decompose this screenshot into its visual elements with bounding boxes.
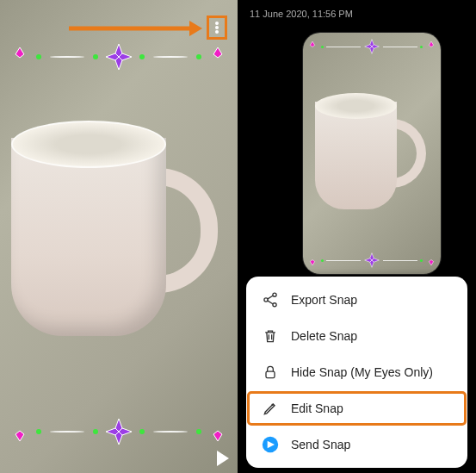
delete-snap-button[interactable]: Delete Snap: [246, 318, 467, 354]
send-icon: [262, 436, 279, 453]
menu-item-label: Delete Snap: [291, 329, 357, 343]
trash-icon: [262, 327, 279, 345]
share-icon: [262, 291, 279, 308]
flower-side-icon: [9, 46, 31, 68]
play-icon[interactable]: [217, 451, 229, 466]
lock-icon: [262, 364, 279, 381]
menu-item-label: Send Snap: [291, 438, 350, 451]
svg-marker-1: [189, 21, 202, 36]
flower-center-icon: [103, 41, 134, 72]
more-options-button[interactable]: [207, 16, 227, 40]
edit-snap-button[interactable]: Edit Snap: [246, 390, 467, 426]
svg-line-6: [268, 301, 274, 304]
snap-preview: [0, 0, 238, 473]
snap-actions-menu: Export Snap Delete Snap Hide Snap (My Ey…: [246, 277, 467, 468]
hide-snap-button[interactable]: Hide Snap (My Eyes Only): [246, 354, 467, 390]
flower-side-icon: [207, 420, 229, 443]
decorative-border-bottom: [0, 416, 238, 447]
snap-thumbnail[interactable]: [303, 33, 441, 274]
send-snap-button[interactable]: Send Snap: [246, 426, 467, 463]
thumb-mug: [312, 93, 423, 222]
svg-line-5: [268, 296, 274, 299]
thumb-deco-top: [303, 33, 441, 60]
decorative-border-top: [0, 41, 238, 72]
thumb-deco-bottom: [303, 246, 441, 274]
export-snap-button[interactable]: Export Snap: [246, 282, 467, 318]
svg-rect-7: [266, 371, 275, 378]
menu-item-label: Edit Snap: [291, 401, 343, 415]
menu-item-label: Hide Snap (My Eyes Only): [291, 365, 433, 379]
flower-center-icon: [103, 416, 134, 447]
annotation-arrow: [69, 19, 202, 38]
flower-side-icon: [207, 46, 229, 68]
pencil-icon: [262, 400, 279, 417]
snap-timestamp: 11 June 2020, 11:56 PM: [238, 0, 476, 28]
flower-side-icon: [9, 420, 31, 443]
menu-item-label: Export Snap: [291, 293, 357, 307]
photo-content-mug: [7, 121, 231, 362]
snap-detail-view: 11 June 2020, 11:56 PM: [238, 0, 476, 473]
